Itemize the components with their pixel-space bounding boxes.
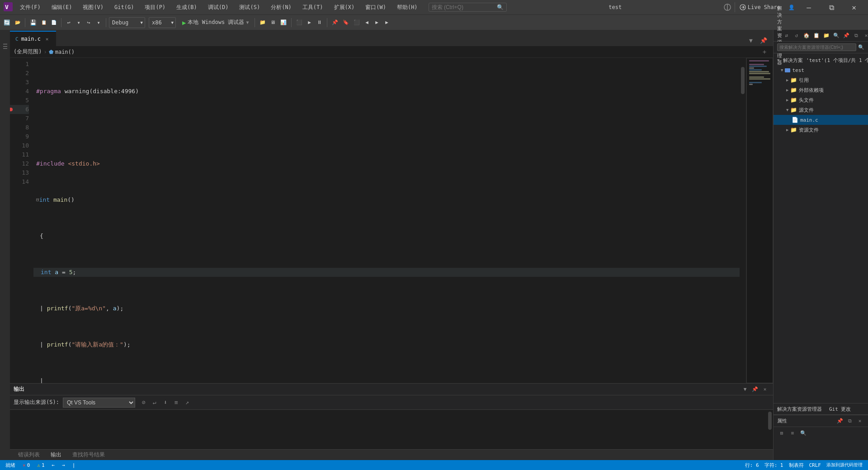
- output-dropdown-btn[interactable]: ▼: [741, 385, 750, 394]
- tb-btn-13[interactable]: ◀: [363, 17, 372, 28]
- run-button[interactable]: ▶ 本地 Windows 调试器 ▼: [179, 18, 252, 27]
- undo-dropdown[interactable]: ▾: [74, 17, 83, 28]
- menu-edit[interactable]: 编辑(E): [48, 2, 76, 13]
- tb-btn-9[interactable]: ⏸: [315, 17, 324, 28]
- tb-btn-7[interactable]: ⬛: [294, 17, 304, 28]
- tb-btn-8[interactable]: ▶: [305, 17, 314, 28]
- status-ready[interactable]: 就绪: [4, 460, 17, 470]
- tree-item-resources[interactable]: ▶ 📁 资源文件: [774, 125, 868, 135]
- tb-btn-15[interactable]: ▶: [382, 17, 392, 28]
- save2-button[interactable]: 📄: [49, 17, 58, 28]
- tree-item-test-project[interactable]: ▼ test: [774, 65, 868, 75]
- scroll-thumb[interactable]: [741, 67, 745, 94]
- open-button[interactable]: 📂: [13, 17, 22, 28]
- debug-config-dropdown[interactable]: Debug ▼: [109, 17, 145, 28]
- code-line-5[interactable]: {: [33, 232, 740, 241]
- person-icon[interactable]: 👤: [785, 2, 798, 12]
- status-nav-extra[interactable]: |: [71, 460, 77, 470]
- editor-scrollbar[interactable]: [740, 58, 746, 383]
- tab-close-button[interactable]: ✕: [43, 35, 51, 43]
- theme-icon[interactable]: [720, 0, 735, 14]
- output-source-select[interactable]: Qt VS Tools: [63, 398, 135, 408]
- menu-debug[interactable]: 调试(D): [204, 2, 232, 13]
- status-source-control[interactable]: 添加到源代码管理: [825, 460, 864, 470]
- tab-find-results[interactable]: 查找符号结果: [68, 450, 109, 461]
- add-cursor-button[interactable]: ＋: [760, 47, 769, 57]
- menu-extensions[interactable]: 扩展(X): [330, 2, 359, 13]
- se-float-btn[interactable]: ⧉: [852, 31, 861, 40]
- status-nav-fwd[interactable]: →: [60, 460, 67, 470]
- output-scroll-btn[interactable]: ⬇: [160, 398, 170, 408]
- tree-item-solution[interactable]: ▼ 解决方案 'test'(1 个项目/共 1 个): [774, 55, 868, 65]
- code-line-4[interactable]: ⊟int main(): [33, 195, 740, 204]
- se-btn-5[interactable]: 📁: [822, 31, 831, 40]
- output-scroll-thumb[interactable]: [768, 412, 772, 430]
- tree-item-main-c[interactable]: 📄 main.c: [774, 115, 868, 125]
- breadcrumb-member[interactable]: main(): [55, 49, 75, 55]
- status-insert-mode[interactable]: 制表符: [787, 460, 806, 470]
- redo-dropdown[interactable]: ▾: [94, 17, 103, 28]
- menu-tools[interactable]: 工具(T): [299, 2, 327, 13]
- tb-btn-10[interactable]: 📌: [330, 17, 340, 28]
- solution-explorer-link[interactable]: 解决方案资源管理器: [777, 406, 822, 413]
- code-line-7[interactable]: | printf("原a=%d\n", a);: [33, 304, 740, 313]
- prop-icon-grid[interactable]: ⊞: [777, 428, 786, 437]
- code-line-3[interactable]: #include <stdio.h>: [33, 159, 740, 168]
- search-input[interactable]: [432, 4, 495, 10]
- run-dropdown-arrow[interactable]: ▼: [246, 20, 249, 25]
- save-all-button[interactable]: 💾: [28, 17, 38, 28]
- git-changes-link[interactable]: Git 更改: [829, 406, 851, 413]
- tree-item-headers[interactable]: ▶ 📁 头文件: [774, 95, 868, 105]
- prop-icon-list[interactable]: ≡: [788, 428, 797, 437]
- output-settings-btn[interactable]: ≡: [171, 398, 181, 408]
- code-line-9[interactable]: |: [33, 376, 740, 383]
- code-line-6[interactable]: int a = 5;: [33, 268, 740, 277]
- menu-view[interactable]: 视图(V): [79, 2, 107, 13]
- code-line-1[interactable]: #pragma warning(disable:4996): [33, 87, 740, 96]
- status-line-ending[interactable]: CRLF: [807, 460, 823, 470]
- close-button[interactable]: ✕: [844, 0, 864, 14]
- se-close-btn[interactable]: ✕: [862, 31, 868, 40]
- se-dock-btn[interactable]: 📌: [842, 31, 851, 40]
- breakpoint-6[interactable]: [10, 108, 13, 111]
- save-button[interactable]: 📋: [39, 17, 48, 28]
- output-clear-btn[interactable]: ⊘: [139, 398, 149, 408]
- tab-main-c[interactable]: C main.c ✕: [10, 31, 56, 46]
- se-btn-3[interactable]: 🏠: [802, 31, 811, 40]
- menu-analyze[interactable]: 分析(N): [267, 2, 295, 13]
- output-scrollbar[interactable]: [767, 410, 773, 449]
- tab-list-button[interactable]: ▼: [745, 34, 757, 46]
- tree-item-sources[interactable]: ▼ 📁 源文件: [774, 105, 868, 115]
- status-warnings[interactable]: ⚠ 1: [35, 460, 46, 470]
- restore-button[interactable]: ⧉: [821, 0, 842, 14]
- tree-item-references[interactable]: ▶ 📁 引用: [774, 75, 868, 85]
- se-btn-2[interactable]: ↺: [792, 31, 801, 40]
- tb-btn-14[interactable]: ▶: [373, 17, 382, 28]
- tb-btn-6[interactable]: 📊: [278, 17, 288, 28]
- tb-btn-12[interactable]: ⬛: [352, 17, 362, 28]
- status-errors[interactable]: ✕ 0: [21, 460, 32, 470]
- menu-window[interactable]: 窗口(W): [362, 2, 390, 13]
- activity-icon-1[interactable]: |||: [0, 32, 9, 59]
- redo-button[interactable]: ↪: [84, 17, 93, 28]
- output-wrap-btn[interactable]: ↵: [150, 398, 160, 408]
- output-pin-btn[interactable]: 📌: [750, 385, 760, 394]
- menu-project[interactable]: 项目(P): [141, 2, 169, 13]
- prop-icon-search[interactable]: 🔍: [799, 428, 808, 437]
- se-btn-1[interactable]: ⇄: [782, 31, 791, 40]
- prop-btn-close[interactable]: ✕: [855, 417, 864, 426]
- menu-test[interactable]: 测试(S): [236, 2, 264, 13]
- menu-build[interactable]: 生成(B): [173, 2, 201, 13]
- tb-btn-5[interactable]: 🖥: [269, 17, 278, 28]
- tab-output[interactable]: 输出: [46, 450, 66, 461]
- se-btn-6[interactable]: 🔍: [832, 31, 841, 40]
- status-nav-back[interactable]: ←: [50, 460, 57, 470]
- tree-item-ext-deps[interactable]: ▶ 📁 外部依赖项: [774, 85, 868, 95]
- status-col[interactable]: 字符: 1: [763, 460, 785, 470]
- platform-dropdown[interactable]: x86 ▼: [149, 17, 176, 28]
- menu-git[interactable]: Git(G): [111, 2, 137, 12]
- undo-button[interactable]: ↩: [64, 17, 73, 28]
- tab-pin-button[interactable]: 📌: [758, 34, 769, 46]
- minimize-button[interactable]: —: [798, 0, 819, 14]
- code-content[interactable]: #pragma warning(disable:4996) #include <…: [33, 58, 740, 383]
